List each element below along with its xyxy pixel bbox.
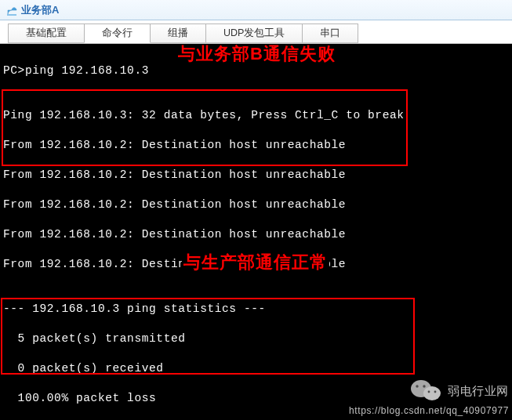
tab-cli[interactable]: 命令行 [84, 24, 151, 43]
svg-point-3 [423, 385, 425, 387]
window-title: 业务部A [21, 3, 59, 17]
tab-label: 命令行 [102, 27, 133, 40]
terminal-line: From 192.168.10.2: Destination host unre… [3, 138, 509, 153]
app-icon [5, 4, 17, 16]
tab-strip: 基础配置 命令行 组播 UDP发包工具 串口 [0, 20, 512, 44]
tab-label: 串口 [320, 27, 340, 40]
tab-udp-tool[interactable]: UDP发包工具 [205, 24, 303, 43]
tab-multicast[interactable]: 组播 [150, 24, 206, 43]
terminal-line: --- 192.168.10.3 ping statistics --- [3, 302, 509, 317]
annotation-fail: 与业务部B通信失败 [176, 46, 337, 61]
terminal-line: 0 packet(s) received [3, 361, 509, 376]
annotation-ok: 与生产部通信正常 [182, 255, 329, 270]
terminal-line: From 192.168.10.2: Destination host unre… [3, 197, 509, 212]
terminal-output[interactable]: PC>ping 192.168.10.3 Ping 192.168.10.3: … [0, 44, 512, 420]
terminal-line: 100.00% packet loss [3, 391, 509, 406]
terminal-line: From 192.168.10.2: Destination host unre… [3, 168, 509, 183]
terminal-line: Ping 192.168.10.3: 32 data bytes, Press … [3, 108, 509, 123]
terminal-line: PC>ping 192.168.10.3 [3, 63, 509, 78]
terminal-line: From 192.168.10.2: Destination host unre… [3, 227, 509, 242]
watermark-url: https://blog.csdn.net/qq_40907977 [349, 404, 509, 418]
tab-label: 组播 [168, 27, 188, 40]
tab-label: UDP发包工具 [223, 27, 285, 40]
title-bar: 业务部A [0, 0, 512, 20]
tab-basic-config[interactable]: 基础配置 [8, 24, 85, 43]
highlight-box-fail [2, 89, 408, 166]
terminal-line: 5 packet(s) transmitted [3, 331, 509, 346]
tab-label: 基础配置 [26, 27, 67, 40]
tab-serial[interactable]: 串口 [302, 24, 358, 43]
svg-point-2 [416, 385, 418, 387]
